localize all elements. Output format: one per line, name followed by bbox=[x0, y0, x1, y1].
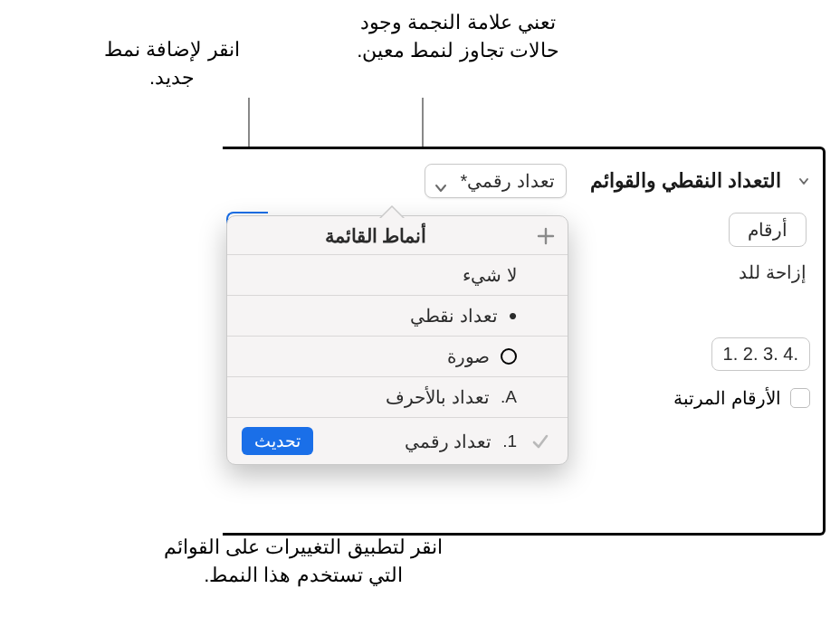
chevron-down-icon bbox=[434, 176, 447, 185]
list-styles-popover: أنماط القائمة لا شيء • تعداد نقطي صورة A… bbox=[226, 215, 568, 465]
style-item-bulleted[interactable]: • تعداد نقطي bbox=[227, 296, 568, 337]
callout-add-style: انقر لإضافة نمط جديد. bbox=[95, 36, 249, 92]
style-item-image[interactable]: صورة bbox=[227, 337, 568, 377]
popover-title: أنماط القائمة bbox=[216, 225, 535, 247]
ordered-numbers-label: الأرقام المرتبة bbox=[673, 387, 781, 409]
style-item-label: تعداد نقطي bbox=[410, 305, 498, 327]
letter-prefix: A. bbox=[501, 387, 517, 407]
update-style-button[interactable]: تحديث bbox=[242, 427, 313, 455]
image-bullet-icon bbox=[501, 348, 517, 365]
style-item-label: تعداد رقمي bbox=[405, 431, 492, 452]
style-item-numbered[interactable]: 1. تعداد رقمي تحديث bbox=[227, 418, 568, 464]
numbers-button[interactable]: أرقام bbox=[729, 213, 807, 247]
number-format-example[interactable]: 1. 2. 3. 4. bbox=[711, 337, 810, 371]
callout-asterisk: تعني علامة النجمة وجود حالات تجاوز لنمط … bbox=[340, 9, 576, 65]
list-style-label: تعداد رقمي* bbox=[460, 170, 554, 192]
style-item-label: صورة bbox=[447, 346, 490, 367]
number-prefix: 1. bbox=[502, 432, 517, 451]
callout-update: انقر لتطبيق التغييرات على القوائم التي ت… bbox=[154, 534, 453, 590]
list-style-dropdown[interactable]: تعداد رقمي* bbox=[425, 164, 566, 198]
popover-header: أنماط القائمة bbox=[227, 216, 568, 255]
checkmark-icon bbox=[528, 432, 553, 451]
disclosure-chevron-icon[interactable] bbox=[797, 175, 810, 187]
section-header-row: التعداد النقطي والقوائم تعداد رقمي* bbox=[223, 158, 810, 209]
style-item-none[interactable]: لا شيء bbox=[227, 255, 568, 296]
style-item-label: تعداد بالأحرف bbox=[386, 386, 490, 408]
style-item-lettered[interactable]: A. تعداد بالأحرف bbox=[227, 377, 568, 418]
ordered-numbers-checkbox[interactable] bbox=[790, 388, 810, 408]
style-item-label: لا شيء bbox=[463, 264, 517, 286]
section-title: التعداد النقطي والقوائم bbox=[590, 169, 781, 193]
add-style-button[interactable] bbox=[535, 225, 557, 247]
